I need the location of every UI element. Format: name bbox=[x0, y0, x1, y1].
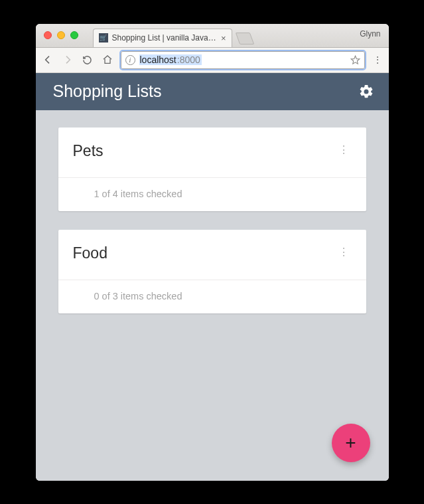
list-menu-icon[interactable]: ⋮ bbox=[336, 142, 352, 157]
browser-menu-icon[interactable]: ⋮ bbox=[372, 54, 384, 65]
window-titlebar: 🛒 Shopping List | vanilla JavaScript × G… bbox=[36, 24, 389, 48]
forward-button[interactable] bbox=[61, 53, 74, 66]
app-title: Shopping Lists bbox=[53, 82, 162, 101]
tab-title: Shopping List | vanilla JavaScript bbox=[112, 33, 217, 42]
close-window-button[interactable] bbox=[44, 31, 52, 39]
window-controls bbox=[36, 31, 78, 39]
address-bar[interactable]: i localhost:8000 bbox=[121, 51, 365, 69]
list-title: Food bbox=[73, 244, 107, 262]
new-tab-button[interactable] bbox=[235, 33, 254, 44]
settings-button[interactable] bbox=[358, 84, 374, 100]
back-button[interactable] bbox=[41, 53, 54, 66]
lists-container: Pets ⋮ 1 of 4 items checked Food ⋮ 0 of … bbox=[36, 110, 389, 481]
url-host: localhost bbox=[139, 54, 177, 65]
plus-icon: + bbox=[345, 432, 356, 454]
url-text: localhost:8000 bbox=[139, 54, 202, 65]
list-card[interactable]: Food ⋮ 0 of 3 items checked bbox=[58, 230, 366, 313]
list-status: 0 of 3 items checked bbox=[58, 280, 366, 313]
favicon-icon: 🛒 bbox=[99, 33, 108, 42]
add-list-button[interactable]: + bbox=[332, 424, 370, 462]
bookmark-star-icon[interactable] bbox=[350, 55, 360, 65]
app-viewport: Shopping Lists Pets ⋮ 1 of 4 items check… bbox=[36, 73, 389, 481]
minimize-window-button[interactable] bbox=[57, 31, 65, 39]
browser-window: 🛒 Shopping List | vanilla JavaScript × G… bbox=[36, 24, 389, 481]
list-title: Pets bbox=[73, 142, 104, 160]
site-info-icon[interactable]: i bbox=[125, 55, 135, 65]
list-card[interactable]: Pets ⋮ 1 of 4 items checked bbox=[58, 127, 366, 211]
list-menu-icon[interactable]: ⋮ bbox=[336, 244, 352, 260]
browser-toolbar: i localhost:8000 ⋮ bbox=[36, 48, 389, 73]
browser-tab[interactable]: 🛒 Shopping List | vanilla JavaScript × bbox=[93, 29, 232, 47]
app-header: Shopping Lists bbox=[36, 73, 389, 110]
url-port: :8000 bbox=[177, 54, 202, 65]
maximize-window-button[interactable] bbox=[70, 31, 78, 39]
list-status: 1 of 4 items checked bbox=[58, 177, 366, 211]
gear-icon bbox=[358, 84, 374, 100]
home-button[interactable] bbox=[101, 53, 114, 66]
reload-button[interactable] bbox=[81, 53, 94, 66]
tab-close-icon[interactable]: × bbox=[221, 34, 226, 42]
profile-name[interactable]: Glynn bbox=[360, 29, 380, 39]
svg-marker-0 bbox=[351, 56, 360, 64]
